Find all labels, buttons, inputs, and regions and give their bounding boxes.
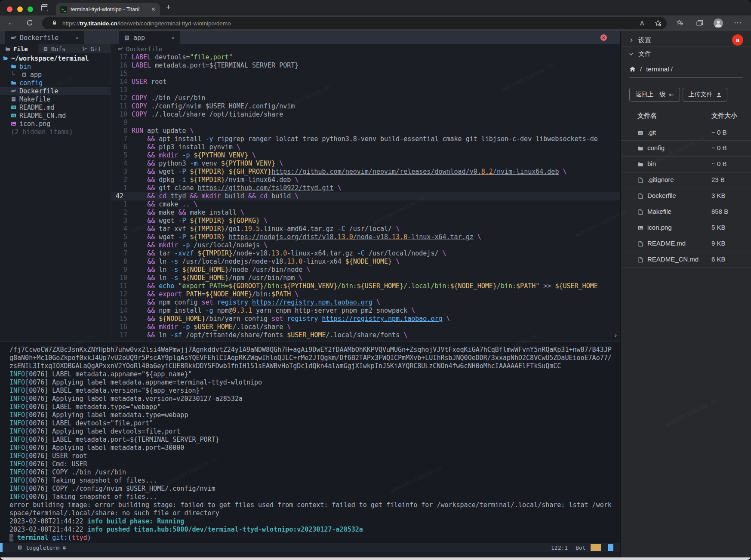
code-line[interactable]: 8RUN apt update \ [111, 127, 620, 135]
file-size: ~ 0 B [711, 144, 726, 151]
panel-expand-handle[interactable]: › [614, 331, 617, 339]
file-row-Dockerfile[interactable]: Dockerfile3 KB [621, 188, 751, 204]
code-line[interactable]: 15 && ${NODE_HOME}/bin/yarn config set r… [111, 315, 620, 323]
code-line[interactable]: 17 && ln -sf /opt/titanide/share/fonts $… [111, 331, 620, 339]
sidebar-tab-bufs[interactable]: Bufs [38, 44, 77, 53]
file-row-.git[interactable]: git.git~ 0 B [621, 125, 751, 141]
sidebar-tab-git[interactable]: Git [77, 44, 111, 53]
url-path: /ide/web/coding/terminal-ttyd-wlotnipo/d… [117, 20, 231, 27]
code-line[interactable]: 1 && git clone https://github.com/tsl092… [111, 184, 620, 192]
code-line[interactable]: 3 && wget -P ${TMPDIR} ${GOPKG} \ [111, 217, 620, 225]
file-row-Makefile[interactable]: Makefile858 B [621, 204, 751, 220]
tree-item-app[interactable]: └ app [0, 71, 111, 79]
close-tab-icon[interactable]: ✕ [172, 35, 175, 41]
close-window-button[interactable] [7, 6, 12, 12]
path-breadcrumb[interactable]: / terminal / [629, 65, 673, 73]
tree-item-2hiddenitems[interactable]: (2 hidden items) [0, 128, 111, 136]
tree-item-bin[interactable]: bin [0, 62, 111, 71]
code-editor[interactable]: Dockerfile 17LABEL devtools="file,port"1… [111, 44, 620, 341]
back-icon[interactable]: ← [8, 18, 15, 27]
code-line[interactable]: 15 [111, 70, 620, 78]
code-line[interactable]: 14 && npm install -g npm@9.3.1 yarn cnpm… [111, 307, 620, 315]
code-line[interactable]: 1 && cmake .. \ [111, 200, 620, 209]
settings-section-header[interactable]: 设置 [621, 34, 751, 46]
browser-tab[interactable]: >_ terminal-ttyd-wlotnipo - TitanI ✕ [56, 3, 160, 15]
new-tab-button[interactable]: + [166, 3, 171, 12]
tree-item-config[interactable]: config [0, 79, 111, 87]
file-row-README_CN.md[interactable]: README_CN.md6 KB [621, 252, 751, 268]
folder-open-icon [3, 55, 8, 61]
user-avatar-badge[interactable]: a [732, 34, 743, 46]
code-line[interactable]: 5 && wget -P ${TMPDIR} https://nodejs.or… [111, 233, 620, 241]
code-line[interactable]: 9 [111, 119, 620, 127]
line-number: 42 [111, 192, 132, 200]
browser-titlebar: >_ terminal-ttyd-wlotnipo - TitanI ✕ + [0, 0, 751, 15]
upload-file-button[interactable]: 上传文件 [683, 88, 727, 102]
file-row-.gitignore[interactable]: .gitignore23 B [621, 172, 751, 188]
file-name: Makefile [647, 208, 671, 215]
editor-tab-app[interactable]: app✕ [119, 31, 180, 44]
file-row-bin[interactable]: bin~ 0 B [621, 157, 751, 172]
file-icon [637, 257, 643, 263]
code-line[interactable]: 6 && pip3 install pynvim \ [111, 143, 620, 151]
url-bar[interactable]: https://try.titanide.cn/ide/web/coding/t… [42, 17, 667, 29]
editor-tab-Dockerfile[interactable]: Dockerfile✕ [5, 31, 84, 44]
code-line[interactable]: 11 && echo "export PATH=${GOROOT}/bin:${… [111, 282, 620, 290]
code-line[interactable]: 13 [111, 86, 620, 94]
code-line[interactable]: 7 && tar -xvzf ${TMPDIR}/node-v18.13.0-l… [111, 249, 620, 258]
text-size-icon[interactable]: A [640, 20, 644, 27]
tree-item-README_CN.md[interactable]: README_CN.md [0, 111, 111, 120]
tree-item-icon.png[interactable]: icon.png [0, 120, 111, 128]
code-line[interactable]: 8 && ln -s /usr/local/nodejs/node-v18.13… [111, 258, 620, 266]
code-line[interactable]: 11COPY ./config/nvim $USER_HOME/.config/… [111, 102, 620, 111]
terminal-output[interactable]: /fj7CcwoCW7ZXBc3snKxZNYHpbh7uhw0vx2lsi4W… [0, 341, 620, 543]
tree-item-README.md[interactable]: README.md [0, 103, 111, 111]
close-all-button[interactable]: ✕ [600, 34, 607, 41]
tree-item-workspaceterminal[interactable]: ~/workspace/terminal [0, 54, 111, 62]
code-line[interactable]: 12COPY ./bin /usr/bin [111, 94, 620, 102]
sidebar-tab-file[interactable]: File [0, 44, 38, 53]
code-line[interactable]: 14USER root [111, 78, 620, 86]
tree-item-Dockerfile[interactable]: Dockerfile [0, 87, 111, 95]
code-line[interactable]: 17LABEL devtools="file,port" [111, 53, 620, 62]
code-line[interactable]: 4 && tar xvf ${TMPDIR}/go1.19.5.linux-am… [111, 225, 620, 233]
profile-avatar[interactable] [713, 18, 723, 30]
home-icon[interactable] [629, 66, 636, 72]
statusbar-tan-block [591, 544, 601, 551]
code-line[interactable]: 13 && npm config set registry https://re… [111, 298, 620, 307]
code-line[interactable]: 3 && wget -P ${TMPDIR} ${GH_PROXY}https:… [111, 168, 620, 176]
tab-actions-icon[interactable] [41, 4, 48, 11]
close-tab-icon[interactable]: ✕ [76, 35, 79, 41]
tree-item-Makefile[interactable]: Makefile [0, 95, 111, 103]
code-line[interactable]: 6 && mkdir -p /usr/local/nodejs \ [111, 241, 620, 249]
code-line[interactable]: 16LABEL metadata.port=${TERMINAL_SERVER_… [111, 62, 620, 70]
code-line[interactable]: 12 && export PATH=${NODE_HOME}/bin:$PATH… [111, 290, 620, 298]
file-row-icon.png[interactable]: icon.png5 KB [621, 220, 751, 236]
file-row-README.md[interactable]: README.md9 KB [621, 236, 751, 252]
go-up-button[interactable]: 返回上一级 ← [629, 88, 680, 102]
code-line[interactable]: 9 && ln -s ${NODE_HOME}/node /usr/bin/no… [111, 266, 620, 274]
code-line[interactable]: 5 && mkdir -p ${PYTHON_VENV} \ [111, 151, 620, 160]
code-line[interactable]: 2 && make && make install \ [111, 209, 620, 217]
code-line[interactable]: 7 && apt install -y ripgrep ranger lolca… [111, 135, 620, 143]
code-line[interactable]: 4 && python3 -m venv ${PYTHON_VENV} \ [111, 160, 620, 168]
code-line[interactable]: 10 && ln -s ${NODE_HOME}/npm /usr/bin/np… [111, 274, 620, 282]
code-line[interactable]: 10COPY ./.local/share /opt/titanide/shar… [111, 111, 620, 119]
code-line[interactable]: 2 && dpkg -i ${TMPDIR}/nvim-linux64.deb … [111, 176, 620, 184]
file-row-config[interactable]: config~ 0 B [621, 141, 751, 157]
zoom-window-button[interactable] [28, 6, 33, 12]
file-name: .git [647, 129, 656, 136]
code-line[interactable]: 16 && mkdir -p $USER_HOME/.local/share \ [111, 323, 620, 331]
close-tab-icon[interactable]: ✕ [151, 6, 156, 12]
add-favorite-icon[interactable] [655, 20, 662, 28]
favorites-icon[interactable] [676, 19, 684, 29]
menu-icon[interactable]: ⋯ [734, 18, 742, 28]
line-number: 14 [111, 307, 132, 315]
collections-icon[interactable] [696, 19, 704, 29]
refresh-icon[interactable] [26, 19, 34, 28]
minimize-window-button[interactable] [17, 6, 23, 12]
files-section-header[interactable]: 文件 [621, 47, 751, 60]
tree-item-label: icon.png [19, 120, 50, 128]
browser-toolbar: ← https://try.titanide.cn/ide/web/coding… [0, 15, 751, 31]
current-code-line[interactable]: 42 && cd ttyd && mkdir build && cd build… [111, 192, 620, 200]
